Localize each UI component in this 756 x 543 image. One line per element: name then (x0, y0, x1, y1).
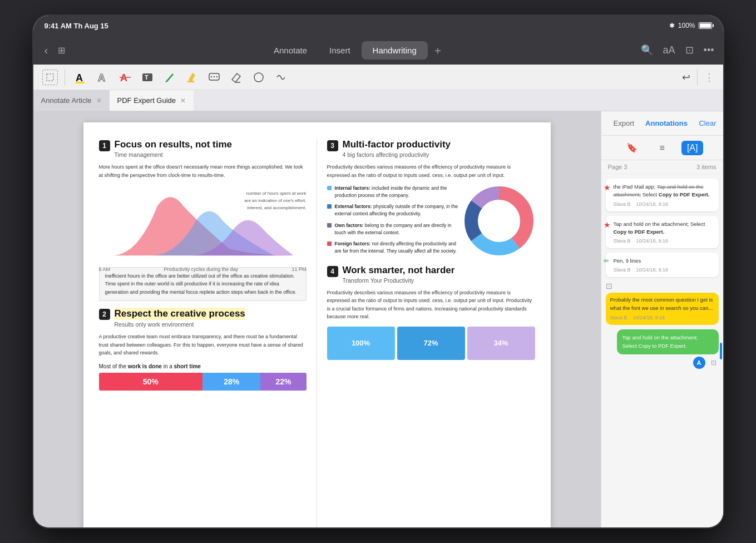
text-size-icon[interactable]: aA (663, 45, 675, 56)
chart-time-start: 6 AM (99, 266, 111, 274)
section4-num: 4 (327, 266, 338, 277)
freeform-tool[interactable] (272, 68, 290, 86)
text-color-tool[interactable]: A (72, 68, 90, 86)
more-icon[interactable]: ••• (704, 45, 714, 56)
chart-labels: 6 AM Productivity cycles during the day … (99, 266, 307, 274)
svg-point-12 (216, 76, 217, 77)
sidebar-tab-annotations[interactable]: Annotations (640, 116, 693, 131)
sidebar-header: Export Annotations Clear (601, 111, 723, 136)
ann-star-icon-1: ★ (604, 183, 611, 192)
stat-34: 34% (467, 327, 535, 360)
ann-right-bubble-5[interactable]: Tap and hold on the attachment; Select C… (617, 329, 719, 354)
toolbar-more-button[interactable]: ⋮ (704, 71, 714, 83)
factor-internal: Internal factors: included inside the dy… (327, 185, 458, 199)
tab-insert[interactable]: Insert (318, 41, 362, 60)
stat-100: 100% (327, 327, 395, 360)
svg-point-10 (210, 76, 211, 77)
pdf-viewer[interactable]: 1 Focus on results, not time Time manage… (33, 111, 601, 527)
section1-header: 1 Focus on results, not time Time manage… (99, 139, 307, 160)
toolbar: A A A T (33, 65, 723, 90)
tab-handwriting[interactable]: Handwriting (362, 41, 428, 60)
ann-text-2: Tap and hold on the attachment; Select C… (614, 220, 713, 236)
section1-title: Focus on results, not time (115, 139, 233, 150)
section1-sub: Time management (115, 151, 233, 160)
svg-rect-8 (187, 81, 194, 82)
factor-foreign-text: Foreign factors: not directly affecting … (335, 240, 458, 255)
section2-body: A productive creative team must embrace … (99, 333, 307, 357)
section2-title: Respect the creative process (115, 308, 245, 320)
items-count: 3 items (696, 164, 716, 170)
factor-dot-own (327, 223, 332, 228)
text-box-tool[interactable]: T (139, 68, 156, 86)
selection-tool[interactable] (42, 70, 58, 85)
productivity-chart: number of hours spent at workare an indi… (99, 185, 307, 263)
factor-own: Own factors: belong to the company and a… (327, 222, 458, 236)
search-icon[interactable]: 🔍 (641, 44, 653, 56)
nav-right: 🔍 aA ⊡ ••• (641, 44, 714, 56)
sidebar-clear-button[interactable]: Clear (699, 119, 716, 127)
svg-text:A: A (98, 72, 105, 83)
doc-tab-pdfexpert[interactable]: PDF Expert Guide ✕ (110, 90, 194, 111)
highlight-tool[interactable] (183, 68, 201, 86)
ipad-screen: 9:41 AM Th Aug 15 ✱ 100% ‹ ⊞ Annotate In… (33, 16, 723, 527)
annotation-item-3[interactable]: ✏ Pen, 9 lines Slava B 10/24/18, 9:16 (606, 253, 719, 277)
shape-tool[interactable] (250, 68, 268, 86)
doc-tab-annotate-close[interactable]: ✕ (96, 97, 102, 105)
ann-star-icon-2: ★ (604, 220, 611, 229)
ann-bubble-4[interactable]: Probably the most common question I get … (606, 293, 719, 325)
undo-button[interactable]: ↩ (682, 71, 690, 83)
tab-annotate[interactable]: Annotate (263, 41, 318, 60)
sidebar-tab-export[interactable]: Export (608, 116, 640, 131)
progress-28: 28% (202, 373, 260, 391)
chart-time-end: 11 PM (291, 266, 306, 274)
col-right: 3 Multi-factor productivity 4 big factor… (317, 139, 535, 527)
back-button[interactable]: ‹ (42, 42, 51, 59)
section1-body: More hours spent at the office doesn't n… (99, 163, 307, 179)
stat-boxes: 100% 72% 34% (327, 327, 535, 360)
chart-note: number of hours spent at workare an indi… (244, 190, 306, 211)
strikethrough-tool[interactable]: A (116, 68, 134, 86)
bookmark-icon[interactable]: 🔖 (621, 140, 643, 155)
ann-bubble-text-4: Probably the most common question I get … (610, 297, 713, 310)
pen-tool[interactable] (161, 68, 179, 86)
donut-chart-container (463, 185, 535, 259)
svg-point-14 (254, 73, 263, 82)
section4-title: Work smarter, not harder (343, 265, 455, 276)
section2-header: 2 Respect the creative process Results o… (99, 308, 307, 329)
grid-icon[interactable]: ⊞ (58, 45, 65, 56)
annotation-right-bubble-container: Tap and hold on the attachment; Select C… (606, 329, 719, 369)
svg-rect-0 (47, 74, 53, 81)
section3-num: 3 (327, 140, 338, 151)
ann-pen-icon: ✏ (604, 257, 609, 265)
list-icon[interactable]: ≡ (654, 141, 670, 155)
svg-rect-2 (76, 82, 85, 83)
scroll-indicator (720, 343, 722, 359)
donut-chart (463, 185, 535, 257)
annotation-item-1[interactable]: ★ the iPad Mail app; Tap and hold on the… (606, 179, 719, 211)
sidebar-view-icons: 🔖 ≡ [A] (601, 136, 723, 160)
progress-label: Most of the work is done in a short time (99, 362, 307, 371)
section3-sub: 4 big factors affecting productivity (343, 151, 451, 160)
annotation-item-2[interactable]: ★ Tap and hold on the attachment; Select… (606, 216, 719, 249)
section4-sub: Transform Your Productivity (343, 277, 455, 285)
pdf-page: 1 Focus on results, not time Time manage… (83, 122, 551, 527)
doc-tab-annotate[interactable]: Annotate Article ✕ (33, 90, 110, 111)
annotation-bubble-container: ⊡ Probably the most common question I ge… (606, 282, 719, 325)
section2-sub: Results only work environment (115, 320, 245, 329)
annotations-list[interactable]: ★ the iPad Mail app; Tap and hold on the… (601, 174, 723, 527)
doc-tabs: Annotate Article ✕ PDF Expert Guide ✕ (33, 90, 723, 111)
ann-smiley: ⊡ (711, 359, 717, 367)
text-outline-tool[interactable]: A (94, 68, 112, 86)
add-tab-button[interactable]: ＋ (432, 43, 443, 58)
status-bar: 9:41 AM Th Aug 15 ✱ 100% (33, 16, 723, 36)
book-icon[interactable]: ⊡ (685, 44, 694, 56)
doc-tab-pdfexpert-label: PDF Expert Guide (117, 96, 176, 105)
eraser-tool[interactable] (228, 68, 245, 86)
annotation-icon[interactable]: [A] (681, 141, 704, 155)
section4: 4 Work smarter, not harder Transform You… (327, 265, 535, 360)
comment-tool[interactable] (205, 68, 223, 86)
ann-avatar: A (693, 357, 705, 369)
doc-tab-pdfexpert-close[interactable]: ✕ (180, 97, 186, 105)
section1-num: 1 (99, 140, 110, 151)
ipad-frame: 9:41 AM Th Aug 15 ✱ 100% ‹ ⊞ Annotate In… (33, 16, 723, 527)
